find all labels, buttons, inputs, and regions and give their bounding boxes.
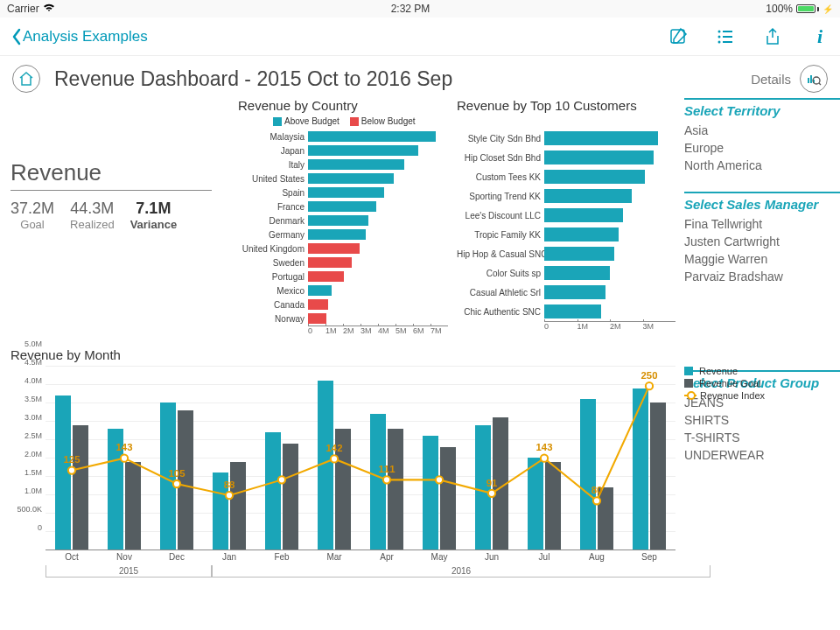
month-group (360, 414, 413, 550)
kpi-realized: 44.3M Realized (70, 200, 115, 231)
customer-row: Tropic Family KK (457, 225, 676, 244)
filter-territory: Select Territory AsiaEuropeNorth America (684, 98, 840, 174)
title-row: Revenue Dashboard - 2015 Oct to 2016 Sep… (0, 56, 840, 98)
customer-row: Sporting Trend KK (457, 186, 676, 206)
month-group (466, 417, 518, 550)
country-row: France (238, 200, 448, 214)
country-row: Mexico (238, 284, 448, 298)
svg-rect-2 (723, 31, 732, 32)
country-row: Malaysia (238, 130, 448, 144)
kpi-goal: 37.2M Goal (10, 200, 54, 231)
chevron-left-icon (10, 28, 23, 46)
chart-revenue-by-customers: Revenue by Top 10 Customers Style City S… (457, 98, 676, 335)
manager-item[interactable]: Fina Tellwright (684, 215, 840, 233)
svg-rect-6 (723, 41, 732, 43)
svg-point-3 (718, 35, 721, 38)
page-title: Revenue Dashboard - 2015 Oct to 2016 Sep (54, 67, 751, 91)
month-group (623, 388, 676, 550)
monthly-legend: Revenue Revenue Goal Revenue Index (684, 366, 816, 402)
battery-percent: 100% (766, 3, 793, 15)
home-icon (18, 71, 34, 87)
revenue-kpi-block: Revenue 37.2M Goal 44.3M Realized 7.1M V… (10, 98, 229, 335)
filter-sales-manager: Select Sales Manager Fina TellwrightJust… (684, 192, 840, 285)
month-group (203, 462, 256, 550)
country-row: Italy (238, 158, 448, 172)
wifi-icon (43, 3, 55, 15)
svg-rect-8 (810, 75, 812, 83)
details-link[interactable]: Details (751, 72, 791, 87)
customer-row: Casual Athletic Srl (457, 283, 676, 302)
country-row: Sweden (238, 256, 448, 270)
nav-bar: Analysis Examples i (0, 18, 840, 56)
kpi-variance: 7.1M Variance (130, 200, 178, 231)
product-item[interactable]: T-SHIRTS (684, 429, 840, 446)
list-icon[interactable] (716, 27, 735, 46)
kpi-heading: Revenue (10, 159, 212, 191)
country-row: Spain (238, 186, 448, 200)
manager-item[interactable]: Justen Cartwright (684, 233, 840, 250)
svg-point-1 (718, 30, 721, 32)
customer-row: Color Suits sp (457, 263, 676, 283)
clock: 2:32 PM (391, 3, 430, 15)
charging-icon: ⚡ (822, 4, 833, 14)
status-bar: Carrier 2:32 PM 100% ⚡ (0, 0, 840, 18)
chart-magnify-icon (806, 71, 822, 87)
battery-icon (796, 4, 819, 13)
manager-item[interactable]: Parvaiz Bradshaw (684, 268, 840, 285)
customer-row: Custom Tees KK (457, 167, 676, 186)
info-icon[interactable]: i (810, 27, 830, 46)
chart-revenue-by-month: Revenue by Month 0500.0K1.0M1.5M2.0M2.5M… (10, 347, 676, 576)
country-row: Japan (238, 144, 448, 158)
country-row: Portugal (238, 270, 448, 284)
customer-row: Hip Closet Sdn Bhd (457, 148, 676, 167)
chart-revenue-by-country: Revenue by Country Above Budget Below Bu… (238, 98, 448, 335)
back-label: Analysis Examples (23, 28, 148, 46)
month-group (570, 399, 623, 550)
svg-point-5 (718, 40, 721, 43)
svg-rect-4 (723, 36, 732, 38)
country-row: Denmark (238, 214, 448, 228)
country-row: United Kingdom (238, 242, 448, 256)
territory-item[interactable]: North America (684, 157, 840, 174)
month-group (150, 402, 203, 550)
month-group (518, 458, 570, 550)
filters-panel: Select Territory AsiaEuropeNorth America… (684, 98, 840, 335)
customer-row: Hip Hop & Casual SNC (457, 244, 676, 263)
customer-row: Lee's Discount LLC (457, 206, 676, 225)
svg-rect-7 (808, 78, 809, 83)
month-group (256, 432, 308, 550)
month-group (308, 381, 360, 550)
country-row: Canada (238, 298, 448, 312)
manager-item[interactable]: Maggie Warren (684, 250, 840, 268)
product-item[interactable]: UNDERWEAR (684, 446, 840, 464)
back-button[interactable]: Analysis Examples (10, 28, 148, 46)
carrier-label: Carrier (7, 3, 39, 15)
home-button[interactable] (12, 65, 40, 93)
compose-icon[interactable] (668, 27, 688, 46)
territory-item[interactable]: Asia (684, 122, 840, 139)
share-icon[interactable] (763, 27, 782, 46)
month-group (413, 436, 466, 550)
month-group (46, 396, 98, 550)
svg-line-11 (819, 83, 821, 85)
country-row: Germany (238, 228, 448, 242)
month-group (98, 429, 150, 550)
territory-item[interactable]: Europe (684, 139, 840, 157)
country-row: United States (238, 172, 448, 186)
customer-row: Style City Sdn Bhd (457, 129, 676, 148)
customer-row: Chic Authentic SNC (457, 302, 676, 321)
product-item[interactable]: SHIRTS (684, 411, 840, 429)
chart-search-button[interactable] (800, 65, 828, 93)
